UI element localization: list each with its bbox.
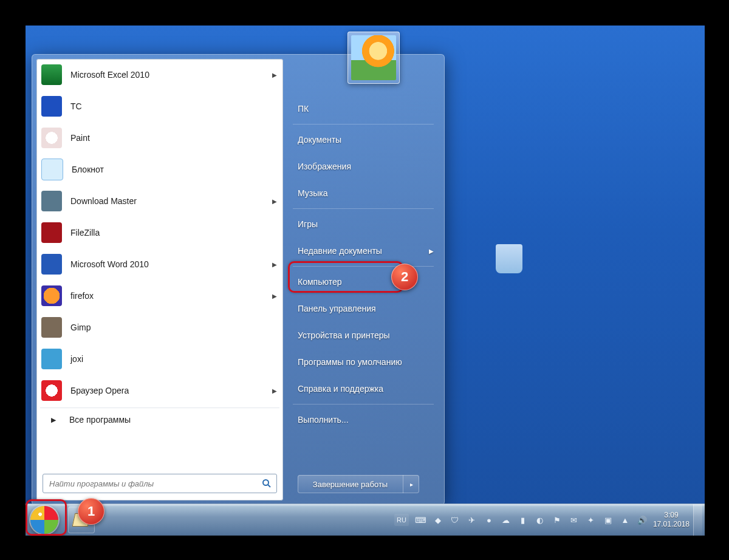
program-icon <box>41 191 62 211</box>
program-item[interactable]: Download Master▶ <box>36 185 283 217</box>
program-label: Download Master <box>70 196 137 206</box>
separator <box>293 208 434 209</box>
program-icon <box>41 96 62 117</box>
program-icon <box>41 64 62 85</box>
program-icon <box>41 380 62 401</box>
places-item[interactable]: Панель управления <box>287 295 440 322</box>
show-desktop-button[interactable] <box>693 504 702 536</box>
explorer-icon <box>72 513 91 527</box>
all-programs[interactable]: ▶ Все программы <box>36 409 283 430</box>
shutdown-options[interactable]: ▸ <box>403 475 419 493</box>
tool-icon[interactable]: ✦ <box>584 513 598 527</box>
taskbar: RU ⌨◆🛡✈●☁▮◐⚑✉✦▣▲🔊 3:09 17.01.2018 <box>26 504 705 536</box>
places-item[interactable]: Компьютер <box>287 268 440 295</box>
program-label: joxi <box>70 354 83 364</box>
cloud-icon[interactable]: ☁ <box>499 513 513 527</box>
places-item[interactable]: Справка и поддержка <box>287 375 440 402</box>
program-label: Gimp <box>70 323 91 332</box>
search-input[interactable] <box>43 479 259 488</box>
vpn-icon[interactable]: ● <box>482 513 496 527</box>
places-item-label: Программы по умолчанию <box>298 357 402 367</box>
places-item[interactable]: Документы <box>287 126 440 153</box>
shutdown-button[interactable]: Завершение работы ▸ <box>298 475 419 493</box>
desktop: Microsoft Excel 2010▶TCPaintБлокнотDownl… <box>26 26 705 536</box>
program-icon <box>41 285 62 306</box>
places-item-label: Игры <box>298 219 318 229</box>
system-tray: RU ⌨◆🛡✈●☁▮◐⚑✉✦▣▲🔊 3:09 17.01.2018 <box>392 504 705 536</box>
program-item[interactable]: joxi <box>36 343 283 375</box>
telegram-icon[interactable]: ✈ <box>465 513 479 527</box>
av-icon[interactable]: ▣ <box>601 513 615 527</box>
user-picture <box>351 35 396 80</box>
places-item-label: Компьютер <box>298 277 341 287</box>
search-box[interactable] <box>43 474 277 493</box>
program-label: TC <box>70 101 82 111</box>
program-label: Браузер Opera <box>70 386 129 395</box>
msg-icon[interactable]: ✉ <box>567 513 581 527</box>
chevron-right-icon: ▶ <box>429 248 434 254</box>
shutdown-label: Завершение работы <box>298 475 403 493</box>
places-item-label: Панель управления <box>298 304 376 313</box>
program-icon <box>41 222 62 243</box>
start-button[interactable] <box>30 506 58 534</box>
start-menu-programs-pane: Microsoft Excel 2010▶TCPaintБлокнотDownl… <box>36 59 283 500</box>
program-label: Paint <box>70 133 90 143</box>
program-item[interactable]: Gimp <box>36 312 283 343</box>
program-item[interactable]: Paint <box>36 122 283 154</box>
program-item[interactable]: FileZilla <box>36 217 283 248</box>
program-icon <box>41 128 62 148</box>
recycle-bin[interactable] <box>496 244 522 276</box>
places-item-label: Недавние документы <box>298 246 382 256</box>
program-item[interactable]: Браузер Opera▶ <box>36 375 283 406</box>
separator <box>293 266 434 267</box>
program-label: FileZilla <box>70 228 100 237</box>
chevron-right-icon: ▶ <box>272 261 277 268</box>
places-item-label: Выполнить... <box>298 415 349 425</box>
program-item[interactable]: Блокнот <box>36 154 283 185</box>
svg-point-0 <box>263 480 269 485</box>
clock-date: 17.01.2018 <box>653 520 690 529</box>
places-item[interactable]: Выполнить... <box>287 406 440 433</box>
wifi-icon[interactable]: ▲ <box>618 513 632 527</box>
places-item[interactable]: Изображения <box>287 153 440 180</box>
search-icon[interactable] <box>259 476 275 491</box>
program-icon <box>41 317 62 338</box>
places-item[interactable]: Игры <box>287 211 440 237</box>
program-label: Блокнот <box>72 165 104 174</box>
program-icon <box>41 159 63 180</box>
start-menu: Microsoft Excel 2010▶TCPaintБлокнотDownl… <box>32 54 445 505</box>
program-item[interactable]: Microsoft Word 2010▶ <box>36 248 283 280</box>
language-indicator[interactable]: RU <box>394 514 409 526</box>
places-item[interactable]: Музыка <box>287 180 440 207</box>
places-item-label: Изображения <box>298 162 351 171</box>
places-item-label: ПК <box>298 104 309 114</box>
program-item[interactable]: TC <box>36 90 283 122</box>
places-item[interactable]: Устройства и принтеры <box>287 322 440 349</box>
app1-icon[interactable]: ◆ <box>431 513 445 527</box>
flag-icon[interactable]: ⚑ <box>550 513 564 527</box>
places-item-label: Устройства и принтеры <box>298 330 390 340</box>
shield-icon[interactable]: 🛡 <box>448 513 462 527</box>
program-label: Microsoft Excel 2010 <box>70 70 149 80</box>
places-item[interactable]: Недавние документы▶ <box>287 237 440 264</box>
status-icon[interactable]: ◐ <box>533 513 547 527</box>
separator <box>293 404 434 405</box>
separator <box>40 408 279 408</box>
start-menu-places-pane: ПКДокументыИзображенияМузыкаИгрыНедавние… <box>287 59 440 500</box>
program-label: Microsoft Word 2010 <box>70 259 149 269</box>
sound-icon[interactable]: 🔊 <box>635 513 649 527</box>
keyboard-icon[interactable]: ⌨ <box>414 513 428 527</box>
program-item[interactable]: Microsoft Excel 2010▶ <box>36 59 283 90</box>
separator <box>293 124 434 125</box>
places-item[interactable]: ПК <box>287 95 440 122</box>
taskbar-pinned-explorer[interactable] <box>68 507 95 533</box>
network-icon[interactable]: ▮ <box>516 513 530 527</box>
places-item-label: Документы <box>298 135 341 145</box>
clock[interactable]: 3:09 17.01.2018 <box>653 511 690 529</box>
places-item-label: Справка и поддержка <box>298 384 383 394</box>
chevron-right-icon: ▶ <box>51 416 56 424</box>
places-item[interactable]: Программы по умолчанию <box>287 349 440 375</box>
user-picture-frame[interactable] <box>347 32 400 84</box>
chevron-right-icon: ▶ <box>272 293 277 299</box>
program-item[interactable]: firefox▶ <box>36 280 283 312</box>
